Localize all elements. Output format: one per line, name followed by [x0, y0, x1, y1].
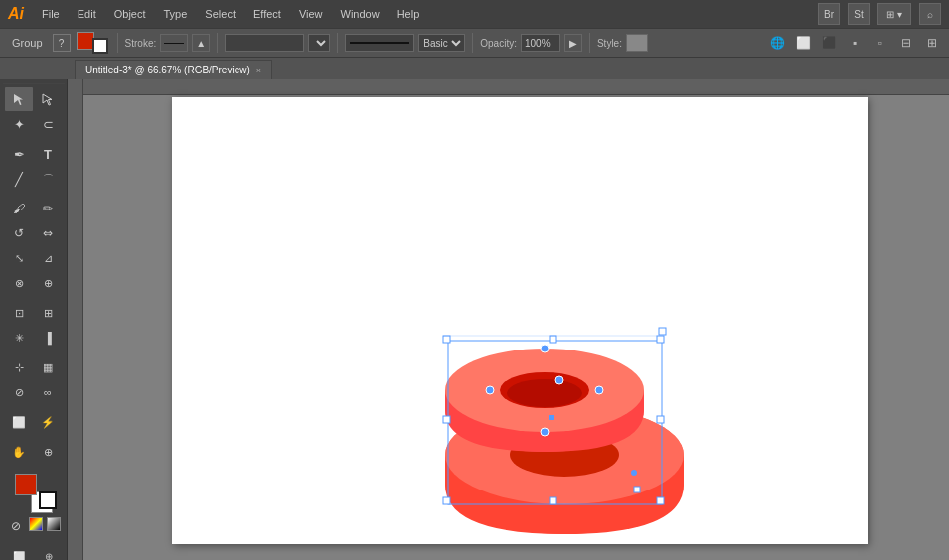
warp-tool[interactable]: ⊗	[5, 271, 33, 295]
none-icon[interactable]: ⊘	[7, 517, 25, 535]
tool-row-6: ↺ ⇔	[5, 221, 62, 245]
slice-tool[interactable]: ⚡	[34, 410, 62, 434]
type-tool[interactable]: T	[34, 142, 62, 166]
fill-swatch[interactable]	[77, 32, 108, 54]
stroke-up[interactable]: ▲	[192, 34, 210, 52]
style-label: Style:	[597, 38, 622, 49]
rotate-tool[interactable]: ↺	[5, 221, 33, 245]
controlbar: Group ? Stroke: ▲ Basic Opacity: ▶ Style…	[0, 28, 949, 58]
opacity-label: Opacity:	[480, 38, 517, 49]
arrange-icon[interactable]: ⬜	[792, 32, 814, 54]
tab-close-button[interactable]: ×	[256, 66, 261, 75]
stroke-label: Stroke:	[125, 38, 157, 49]
menu-window[interactable]: Window	[335, 0, 386, 28]
variable-width-input[interactable]	[225, 34, 304, 52]
separator2	[217, 33, 218, 53]
scale-tool[interactable]: ⤡	[5, 246, 33, 270]
bridge-icon[interactable]: Br	[818, 3, 840, 25]
zoom-tool[interactable]: ⊕	[34, 440, 62, 464]
question-button[interactable]: ?	[53, 34, 71, 52]
tool-row-4: ╱ ⌒	[5, 167, 62, 191]
app-logo: Ai	[8, 5, 24, 23]
opacity-input[interactable]	[521, 34, 560, 52]
shear-tool[interactable]: ⊿	[34, 246, 62, 270]
distribute-icon[interactable]: ⊟	[895, 32, 917, 54]
svg-point-10	[507, 379, 582, 407]
tool-row-2: ✦ ⊂	[5, 112, 62, 136]
align-center-icon[interactable]: ▪	[844, 32, 866, 54]
canvas-area[interactable]	[68, 79, 949, 560]
selection-tool[interactable]	[5, 87, 33, 111]
stroke-weight-input[interactable]	[160, 34, 188, 52]
style-swatch[interactable]	[626, 34, 648, 52]
perspective-tool[interactable]: ⊞	[34, 301, 62, 325]
paintbrush-tool[interactable]: 🖌	[5, 197, 33, 220]
color-icon[interactable]	[29, 517, 43, 531]
mesh-tool[interactable]: ⊹	[5, 355, 33, 379]
change-screen-mode[interactable]: ⬜	[5, 544, 33, 560]
gradient-tool[interactable]: ▦	[34, 355, 62, 379]
menu-select[interactable]: Select	[199, 0, 241, 28]
tab-title: Untitled-3* @ 66.67% (RGB/Preview)	[85, 65, 250, 75]
menu-edit[interactable]: Edit	[72, 0, 102, 28]
artboard-tool[interactable]: ⬜	[5, 410, 33, 434]
menu-view[interactable]: View	[293, 0, 329, 28]
tool-row-13: ⬜ ⚡	[5, 410, 62, 434]
titlebar: Ai File Edit Object Type Select Effect V…	[0, 0, 949, 28]
menu-help[interactable]: Help	[392, 0, 426, 28]
tool-row-12: ⊘ ∞	[5, 380, 62, 404]
globe-icon[interactable]: 🌐	[766, 32, 788, 54]
calligraphy-tool[interactable]: ⌒	[34, 167, 62, 191]
vertical-ruler	[68, 79, 83, 560]
eyedropper-tool[interactable]: ⊘	[5, 380, 33, 404]
group-label: Group	[6, 37, 49, 49]
separator4	[472, 33, 473, 53]
document-tab[interactable]: Untitled-3* @ 66.67% (RGB/Preview) ×	[75, 60, 272, 79]
fill-color-swatch[interactable]	[15, 474, 37, 495]
reshape-tool[interactable]: ⊕	[34, 271, 62, 295]
symbol-tool[interactable]: ✳	[5, 326, 33, 350]
align-left-icon[interactable]: ⬛	[818, 32, 840, 54]
menu-object[interactable]: Object	[108, 0, 152, 28]
blend-tool[interactable]: ∞	[34, 380, 62, 404]
gradient-swatch-icon[interactable]	[47, 517, 61, 531]
separator	[117, 33, 118, 53]
ruler-corner	[3, 83, 65, 84]
menu-file[interactable]: File	[36, 0, 66, 28]
graph-tool[interactable]: ▐	[34, 326, 62, 350]
stroke-style-select[interactable]: Basic	[418, 34, 465, 52]
transform-icon[interactable]: ⊞	[921, 32, 943, 54]
line-tool[interactable]: ╱	[5, 167, 33, 191]
variable-select[interactable]	[308, 34, 330, 52]
free-transform-tool[interactable]: ⊡	[5, 301, 33, 325]
stroke-style-display[interactable]	[345, 34, 414, 52]
tool-row-9: ⊡ ⊞	[5, 301, 62, 325]
reflect-tool[interactable]: ⇔	[34, 221, 62, 245]
workspace-switcher[interactable]: ⊞ ▾	[877, 3, 911, 25]
tool-row-14: ✋ ⊕	[5, 440, 62, 464]
zoom-in-icon[interactable]: ⊕	[35, 544, 63, 560]
menu-type[interactable]: Type	[158, 0, 194, 28]
separator3	[337, 33, 338, 53]
magic-wand-tool[interactable]: ✦	[5, 112, 33, 136]
color-area: ⊘	[2, 470, 65, 539]
tabbar: Untitled-3* @ 66.67% (RGB/Preview) ×	[0, 58, 949, 79]
tool-row-1	[5, 87, 62, 111]
menu-effect[interactable]: Effect	[247, 0, 287, 28]
search-button[interactable]: ⌕	[919, 3, 941, 25]
stock-icon[interactable]: St	[848, 3, 870, 25]
tool-row-8: ⊗ ⊕	[5, 271, 62, 295]
direct-selection-tool[interactable]	[34, 87, 62, 111]
mode-icon-row: ⬜ ⊕	[5, 544, 63, 560]
lasso-tool[interactable]: ⊂	[34, 112, 62, 136]
align-right-icon[interactable]: ▫	[870, 32, 891, 54]
tool-row-10: ✳ ▐	[5, 326, 62, 350]
toolbox: ✦ ⊂ ✒ T ╱ ⌒ 🖌 ✏ ↺ ⇔ ⤡ ⊿ ⊗ ⊕	[0, 79, 68, 560]
hand-tool[interactable]: ✋	[5, 440, 33, 464]
pen-tool[interactable]: ✒	[5, 142, 33, 166]
tool-row-7: ⤡ ⊿	[5, 246, 62, 270]
stroke-color-swatch[interactable]	[39, 491, 57, 509]
pencil-tool[interactable]: ✏	[34, 197, 62, 220]
tool-row-5: 🖌 ✏	[5, 197, 62, 220]
opacity-expand[interactable]: ▶	[564, 34, 582, 52]
